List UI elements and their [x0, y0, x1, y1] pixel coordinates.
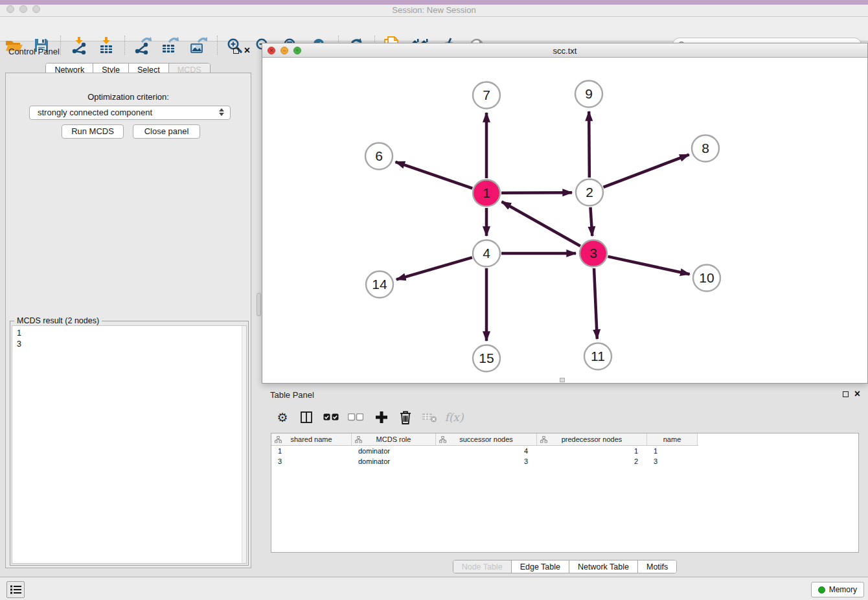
- table-toolbar: ⚙ f(x): [262, 406, 868, 430]
- mcds-result-area[interactable]: 1 3: [12, 325, 247, 564]
- attribute-icon: [275, 436, 282, 443]
- attribute-icon: [355, 436, 362, 443]
- graph-edge-4-14[interactable]: [396, 257, 472, 279]
- network-window-title: scc.txt: [262, 46, 867, 56]
- close-table-panel-button[interactable]: ×: [854, 387, 860, 400]
- network-view-window: ✕ − + scc.txt 7968124314101511: [262, 43, 868, 384]
- column-label: predecessor nodes: [562, 435, 622, 443]
- cell-successor-nodes[interactable]: 4: [436, 446, 537, 456]
- select-all-button[interactable]: [323, 407, 339, 428]
- column-header-mcds-role[interactable]: MCDS role: [352, 433, 436, 445]
- graph-node-label: 4: [483, 246, 490, 260]
- graph-node-11[interactable]: 11: [584, 343, 611, 370]
- graph-node-7[interactable]: 7: [473, 82, 500, 109]
- graph-edge-2-9[interactable]: [589, 111, 589, 178]
- table-panel-title: Table Panel: [270, 390, 314, 400]
- graph-node-4[interactable]: 4: [473, 240, 500, 267]
- deselect-all-button[interactable]: [347, 407, 364, 428]
- node-table: shared name MCDS role successor nodes pr…: [271, 433, 859, 553]
- toggle-panes-button[interactable]: [298, 407, 315, 428]
- network-graph: 7968124314101511: [262, 58, 867, 383]
- table-settings-button[interactable]: ⚙: [274, 407, 291, 428]
- memory-button[interactable]: Memory: [811, 582, 864, 597]
- tab-network-table[interactable]: Network Table: [569, 560, 638, 573]
- table-row[interactable]: 3 dominator 3 2 3: [271, 456, 698, 467]
- table-header-row: shared name MCDS role successor nodes pr…: [271, 433, 698, 446]
- graph-node-label: 15: [479, 351, 494, 365]
- graph-node-14[interactable]: 14: [366, 271, 393, 298]
- app-title: Session: New Session: [0, 5, 868, 15]
- close-panel-button[interactable]: ×: [244, 44, 250, 57]
- control-panel-titlebar: Control Panel ×: [0, 43, 256, 60]
- cell-predecessor-nodes[interactable]: 2: [537, 456, 647, 467]
- tab-motifs[interactable]: Motifs: [638, 560, 676, 573]
- mcds-panel: Optimization criterion: strongly connect…: [5, 73, 251, 568]
- column-label: name: [663, 435, 681, 443]
- vertical-splitter-handle[interactable]: [257, 293, 261, 316]
- graph-node-label: 10: [699, 270, 714, 285]
- optimization-criterion-label: Optimization criterion:: [6, 92, 251, 102]
- cell-predecessor-nodes[interactable]: 1: [537, 446, 647, 456]
- cell-name[interactable]: 3: [647, 456, 698, 467]
- network-resize-handle[interactable]: [560, 378, 565, 382]
- graph-edge-3-10[interactable]: [608, 257, 689, 274]
- delete-column-button[interactable]: [397, 407, 414, 428]
- list-icon: [10, 585, 21, 594]
- run-mcds-button[interactable]: Run MCDS: [62, 124, 124, 139]
- graph-edge-2-3[interactable]: [590, 207, 592, 236]
- table-row[interactable]: 1 dominator 4 1 1: [271, 446, 698, 456]
- titlebar-accent: [0, 0, 868, 5]
- table-panel-titlebar: Table Panel ×: [262, 386, 868, 403]
- graph-node-label: 8: [702, 141, 709, 156]
- add-column-button[interactable]: [373, 407, 390, 428]
- cell-shared-name[interactable]: 3: [271, 456, 352, 467]
- mcds-result-title: MCDS result (2 nodes): [14, 316, 102, 325]
- dropdown-stepper-icon: [219, 108, 224, 116]
- table-tabs: Node Table Edge Table Network Table Moti…: [262, 560, 868, 573]
- graph-node-15[interactable]: 15: [473, 345, 500, 372]
- graph-node-9[interactable]: 9: [575, 81, 602, 108]
- graph-node-10[interactable]: 10: [693, 265, 720, 292]
- graph-node-label: 7: [483, 87, 490, 102]
- cell-shared-name[interactable]: 1: [271, 446, 352, 456]
- tab-edge-table[interactable]: Edge Table: [512, 560, 569, 573]
- column-header-predecessor-nodes[interactable]: predecessor nodes: [537, 433, 647, 445]
- cell-name[interactable]: 1: [647, 446, 698, 456]
- delete-table-button: [421, 407, 438, 428]
- graph-node-label: 6: [375, 148, 383, 163]
- show-panels-button[interactable]: [6, 581, 25, 598]
- criterion-value: strongly connected component: [38, 108, 152, 117]
- graph-node-6[interactable]: 6: [365, 143, 393, 170]
- graph-edge-3-1[interactable]: [502, 202, 580, 246]
- plus-icon: [374, 410, 389, 424]
- graph-node-label: 11: [591, 349, 605, 363]
- cell-mcds-role[interactable]: dominator: [352, 456, 436, 467]
- memory-status-icon: [818, 586, 825, 594]
- float-panel-button[interactable]: [233, 48, 239, 54]
- float-table-panel-button[interactable]: [843, 391, 849, 397]
- trash-icon: [398, 410, 413, 425]
- mcds-result-text: 1 3: [17, 328, 21, 350]
- graph-edge-3-11[interactable]: [594, 268, 597, 339]
- network-canvas[interactable]: 7968124314101511: [262, 58, 867, 383]
- graph-node-2[interactable]: 2: [576, 179, 603, 206]
- graph-node-8[interactable]: 8: [692, 135, 719, 162]
- close-panel-action-button[interactable]: Close panel: [133, 124, 200, 139]
- cell-successor-nodes[interactable]: 3: [436, 456, 537, 467]
- tab-node-table[interactable]: Node Table: [453, 560, 512, 573]
- network-window-titlebar[interactable]: ✕ − + scc.txt: [262, 43, 867, 58]
- graph-node-1[interactable]: 1: [473, 180, 500, 207]
- graph-node-3[interactable]: 3: [580, 240, 607, 267]
- column-header-name[interactable]: name: [647, 433, 698, 445]
- column-header-successor-nodes[interactable]: successor nodes: [436, 433, 537, 445]
- memory-label: Memory: [829, 585, 857, 594]
- graph-edge-1-2[interactable]: [501, 192, 572, 193]
- cell-mcds-role[interactable]: dominator: [352, 446, 436, 456]
- criterion-dropdown[interactable]: strongly connected component: [29, 106, 231, 120]
- result-scrollbar[interactable]: [242, 326, 246, 563]
- graph-edge-2-8[interactable]: [604, 155, 689, 187]
- column-header-shared-name[interactable]: shared name: [271, 433, 352, 445]
- unchecked-boxes-icon: [348, 413, 363, 421]
- graph-node-label: 9: [585, 86, 593, 101]
- graph-edge-1-6[interactable]: [396, 162, 473, 189]
